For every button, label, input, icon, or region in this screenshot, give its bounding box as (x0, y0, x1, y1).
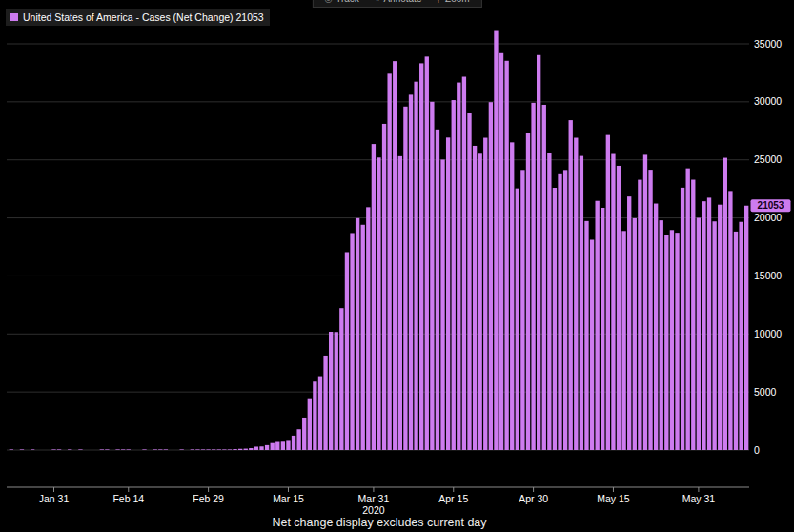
bar[interactable] (643, 154, 647, 450)
bar[interactable] (302, 418, 306, 450)
zoom-button[interactable]: ⚲ Zoom (435, 0, 469, 4)
bar[interactable] (403, 107, 407, 450)
bar[interactable] (526, 133, 530, 450)
bar[interactable] (244, 449, 248, 450)
bar[interactable] (638, 180, 641, 450)
bar[interactable] (275, 442, 279, 450)
bar[interactable] (553, 188, 557, 450)
bar[interactable] (254, 446, 258, 450)
bar[interactable] (377, 157, 380, 450)
bar[interactable] (483, 138, 487, 450)
bar[interactable] (606, 135, 610, 450)
bar[interactable] (440, 159, 444, 450)
bar[interactable] (516, 189, 519, 450)
bar[interactable] (734, 232, 738, 450)
bar[interactable] (296, 429, 300, 450)
bar[interactable] (313, 381, 316, 450)
bar[interactable] (105, 449, 109, 450)
bar[interactable] (660, 220, 663, 450)
bar[interactable] (558, 174, 561, 450)
bar[interactable] (494, 31, 498, 450)
bar[interactable] (675, 233, 679, 450)
bar[interactable] (68, 449, 71, 450)
bar[interactable] (323, 356, 327, 450)
bar[interactable] (350, 233, 354, 450)
bar[interactable] (191, 449, 194, 450)
bar[interactable] (318, 377, 322, 450)
bar[interactable] (621, 231, 625, 450)
bar[interactable] (664, 235, 668, 450)
bar[interactable] (372, 144, 376, 450)
chart-canvas[interactable]: 05000100001500020000250003000035000Jan 3… (0, 0, 794, 532)
bar[interactable] (164, 449, 168, 450)
bar[interactable] (292, 436, 295, 450)
bar[interactable] (478, 153, 482, 450)
annotate-button[interactable]: ✎ Annotate (373, 0, 422, 4)
bar[interactable] (222, 449, 226, 450)
bar[interactable] (436, 130, 439, 450)
bar[interactable] (452, 100, 456, 450)
bar[interactable] (271, 443, 275, 450)
bar[interactable] (158, 449, 162, 450)
bar[interactable] (542, 105, 546, 450)
bar[interactable] (115, 449, 119, 450)
bar[interactable] (691, 180, 695, 450)
bar[interactable] (10, 449, 13, 450)
bar[interactable] (361, 225, 365, 450)
bar[interactable] (499, 53, 503, 450)
bar[interactable] (419, 63, 423, 450)
bar[interactable] (467, 113, 471, 450)
bar[interactable] (329, 332, 333, 450)
bar[interactable] (78, 449, 82, 450)
bar[interactable] (121, 449, 125, 450)
bar[interactable] (712, 221, 716, 450)
bar[interactable] (31, 449, 34, 450)
bar[interactable] (446, 137, 450, 450)
bar[interactable] (345, 252, 349, 450)
bar[interactable] (153, 449, 157, 450)
bar[interactable] (648, 170, 652, 450)
bar[interactable] (702, 201, 705, 450)
bar[interactable] (489, 102, 493, 450)
bar[interactable] (520, 170, 524, 450)
bar[interactable] (393, 61, 397, 450)
bar[interactable] (430, 102, 434, 450)
bar[interactable] (238, 449, 242, 450)
bar[interactable] (335, 332, 338, 450)
bar[interactable] (217, 449, 221, 450)
bar[interactable] (590, 239, 594, 450)
bar[interactable] (744, 206, 748, 450)
bar[interactable] (356, 218, 359, 450)
bar[interactable] (195, 449, 199, 450)
bar[interactable] (179, 449, 183, 450)
bar[interactable] (339, 308, 343, 450)
bars-series[interactable] (10, 31, 749, 450)
bar[interactable] (259, 446, 263, 450)
bar[interactable] (20, 449, 24, 450)
bar[interactable] (127, 449, 131, 450)
bar[interactable] (584, 221, 588, 450)
bar[interactable] (281, 441, 285, 450)
bar[interactable] (580, 156, 583, 450)
bar[interactable] (707, 197, 711, 450)
bar[interactable] (504, 61, 508, 450)
bar[interactable] (425, 56, 429, 450)
bar[interactable] (308, 399, 312, 450)
bar[interactable] (212, 449, 215, 450)
bar[interactable] (531, 103, 535, 450)
bar[interactable] (228, 449, 232, 450)
bar[interactable] (510, 142, 514, 450)
bar[interactable] (547, 153, 551, 450)
bar[interactable] (409, 94, 413, 450)
bar[interactable] (366, 207, 370, 450)
bar[interactable] (670, 230, 674, 450)
bar[interactable] (681, 188, 684, 450)
bar[interactable] (537, 55, 540, 450)
bar[interactable] (382, 124, 386, 450)
bar[interactable] (723, 158, 727, 450)
bar[interactable] (100, 449, 104, 450)
bar[interactable] (387, 73, 391, 450)
track-button[interactable]: ◎ Track (324, 0, 359, 4)
bar[interactable] (233, 449, 236, 450)
bar[interactable] (462, 77, 466, 450)
